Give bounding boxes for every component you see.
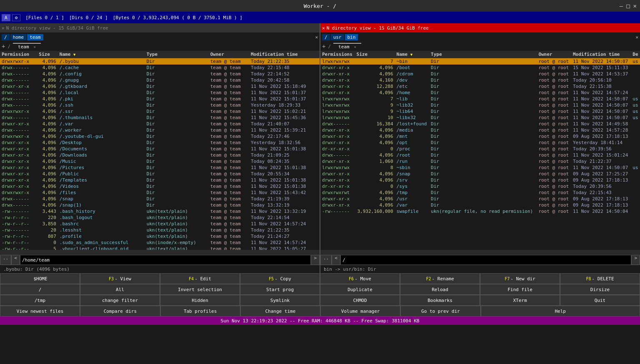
btn-startprog[interactable]: Start prog <box>240 284 320 295</box>
table-row[interactable]: dr-xr-xr-x 0 /proc Dir root @ root Today… <box>320 146 640 152</box>
left-path-arrow-right[interactable]: > <box>311 255 320 265</box>
col-permission[interactable]: Permission <box>0 51 37 58</box>
table-row[interactable]: drwxr-xr-x 4,096 /cdrom Dir root @ root … <box>320 71 640 77</box>
btn-hidden[interactable]: Hidden <box>160 295 240 306</box>
table-row[interactable]: drwxrwxr-x 4,096 /files Dir team @ team … <box>0 189 320 196</box>
table-row[interactable]: lrwxrwxrwx 7 ~bin Dir root @ root 11 Nov… <box>320 58 640 65</box>
btn-xterm[interactable]: XTerm <box>480 295 560 306</box>
left-tab-team[interactable]: team ✕ <box>13 43 41 50</box>
table-row[interactable]: drwxr-xr-x 4,096 /mnt Dir root @ root 09… <box>320 133 640 140</box>
table-row[interactable]: drwxr-xr-x 4,096 /boot Dir root @ root 1… <box>320 65 640 71</box>
table-row[interactable]: drwx------ 4,096 /.cache Dir team @ team… <box>0 65 320 71</box>
table-row[interactable]: drwxr-xr-x 1,060 /run Dir root @ root To… <box>320 158 640 165</box>
right-tab-team[interactable]: team ✕ <box>333 43 361 50</box>
btn-f8-delete[interactable]: F8 - DELETE <box>560 273 640 284</box>
btn-f3-view[interactable]: F3 - View <box>80 273 160 284</box>
col-type[interactable]: Type <box>145 51 209 58</box>
right-path-back[interactable]: .. <box>320 255 332 265</box>
table-row[interactable]: drwx------ 4,096 /.ssh Dir team @ team Y… <box>0 102 320 108</box>
btn-changefilter[interactable]: change filter <box>80 295 160 306</box>
btn-f7-newdir[interactable]: F7 - New dir <box>480 273 560 284</box>
table-row[interactable]: drwx------ 4,096 /.worker Dir team @ tea… <box>0 127 320 133</box>
left-path-back[interactable]: .. <box>0 255 11 265</box>
table-row[interactable]: drwxrwxr-x 4,096 /.ssr Dir team @ team 1… <box>0 108 320 115</box>
right-tab-close[interactable]: ✕ <box>635 35 638 40</box>
table-row[interactable]: drwxr-xr-x 4,096 /home Dir root @ root 1… <box>320 90 640 96</box>
table-row[interactable]: drwxr-xr-x 4,096 /.var Dir team @ team T… <box>0 121 320 127</box>
table-row[interactable]: drwxr-xr-x 4,096 /usr Dir root @ root 09… <box>320 196 640 202</box>
table-row[interactable]: -rw------- 3,932,160,000 swapfile ukn(re… <box>320 208 640 214</box>
table-row[interactable]: drwxr-xr-x 4,096 /media Dir root @ root … <box>320 127 640 133</box>
btn-f6-move[interactable]: F6 - Move <box>320 273 400 284</box>
right-breadcrumb-root[interactable]: / <box>322 34 330 40</box>
table-row[interactable]: drwxr-xr-x 4,096 /.gtkboard Dir team @ t… <box>0 83 320 90</box>
left-tab-close[interactable]: ✕ <box>315 35 318 40</box>
table-row[interactable]: drwx------ 4,096 /.local Dir team @ team… <box>0 90 320 96</box>
btn-tab-profiles[interactable]: Tab profiles <box>160 306 240 317</box>
window-controls[interactable]: — □ ✕ <box>620 2 637 9</box>
table-row[interactable]: drwxr-xr-x 4,096 /Templates Dir team @ t… <box>0 177 320 183</box>
right-scrollbar[interactable] <box>320 250 640 255</box>
table-row[interactable]: drwxr-xr-x 4,096 /snap Dir root @ root 0… <box>320 171 640 177</box>
table-row[interactable]: drwxr-xr-x 4,096 /Videos Dir team @ team… <box>0 183 320 189</box>
table-row[interactable]: drwxr-xr-x 4,096 /Pictures Dir team @ te… <box>0 165 320 171</box>
minimize-button[interactable]: — <box>620 2 623 9</box>
table-row[interactable]: drwx------ 4,096 /snap(1) Dir team @ tea… <box>0 202 320 208</box>
btn-home[interactable]: $HOME <box>0 273 80 284</box>
table-row[interactable]: drwxr-xr-x 4,096 /Music Dir team @ team … <box>0 158 320 165</box>
col-name-r[interactable]: Name ▼ <box>395 51 430 58</box>
btn-reload[interactable]: Reload <box>400 284 480 295</box>
right-path-arrow-right[interactable]: > <box>631 255 640 265</box>
table-row[interactable]: drwx------ 4,096 /.thumbnails Dir team @… <box>0 115 320 121</box>
table-row[interactable]: drwxr-xr-x 4,096 /Downloads Dir team @ t… <box>0 152 320 158</box>
toolbar-icon-gear[interactable]: ⚙ <box>12 14 21 21</box>
left-scrollbar[interactable] <box>0 250 320 255</box>
table-row[interactable]: -rw-r--r-- 3,850 .bashrc ukn(text/plain)… <box>0 221 320 227</box>
btn-f5-copy[interactable]: F5 - Copy <box>240 273 320 284</box>
right-tab-close-btn[interactable]: ✕ <box>354 45 356 49</box>
btn-volume-mgr[interactable]: Volume manager <box>320 306 400 317</box>
btn-symlink[interactable]: Symlink <box>240 295 320 306</box>
btn-bookmarks[interactable]: Bookmarks <box>400 295 480 306</box>
table-row[interactable]: drwxr-xr-x 12,288 /etc Dir root @ root T… <box>320 83 640 90</box>
table-row[interactable]: -rw------- 3,443 .bash_history ukn(text/… <box>0 208 320 214</box>
btn-help[interactable]: Help <box>481 306 640 317</box>
btn-duplicate[interactable]: Duplicate <box>320 284 400 295</box>
close-button[interactable]: ✕ <box>633 2 637 9</box>
btn-dirsize[interactable]: Dirsize <box>560 284 640 295</box>
table-row[interactable]: lrwxrwxrwx 7 ~lib Dir root @ root 11 Nov… <box>320 96 640 102</box>
table-row[interactable]: drwxr-xr-x 4,096 /opt Dir root @ root Ye… <box>320 140 640 146</box>
left-breadcrumb-home[interactable]: home <box>10 34 27 40</box>
left-path-bar[interactable]: /home/team <box>20 255 311 265</box>
left-tab-add[interactable]: + <box>2 43 5 50</box>
btn-invert[interactable]: Invert selection <box>160 284 240 295</box>
col-mtime-r[interactable]: Modification time <box>571 51 631 58</box>
table-row[interactable]: drwx------ 4,096 /.gnupg Dir team @ team… <box>0 77 320 83</box>
table-row[interactable]: -rw-r--r-- 0 .sudo_as_admin_successful u… <box>0 239 320 246</box>
table-row[interactable]: drwx------ 4,096 /snap Dir team @ team T… <box>0 196 320 202</box>
col-mtime[interactable]: Modification time <box>249 51 320 58</box>
right-breadcrumb-bin[interactable]: bin <box>345 34 358 40</box>
table-row[interactable]: -rw-r--r-- 220 .bash_logout ukn(text/pla… <box>0 214 320 221</box>
col-name[interactable]: Name ▼ <box>58 51 145 58</box>
table-row[interactable]: drwxr-xr-x 4,096 /Desktop Dir team @ tea… <box>0 140 320 146</box>
left-breadcrumb-root[interactable]: / <box>2 34 10 40</box>
col-owner[interactable]: Owner <box>209 51 249 58</box>
table-row[interactable]: drwx------ 4,096 /.pki Dir team @ team 1… <box>0 96 320 102</box>
btn-all[interactable]: All <box>80 284 160 295</box>
table-row[interactable]: drwx------ 4,096 /root Dir root @ root 1… <box>320 152 640 158</box>
table-row[interactable]: drwx------ 4,096 /.config Dir team @ tea… <box>0 71 320 77</box>
btn-compare-dirs[interactable]: Compare dirs <box>80 306 160 317</box>
col-type-r[interactable]: Type <box>429 51 537 58</box>
table-row[interactable]: drwxr-xr-x 4,096 /Documents Dir team @ t… <box>0 146 320 152</box>
table-row[interactable]: drwxrwxr-x 4,096 /.byobu Dir team @ team… <box>0 58 320 65</box>
btn-view-newest[interactable]: View newest files <box>0 306 80 317</box>
col-size[interactable]: Size <box>37 51 58 58</box>
btn-chmod[interactable]: CHMOD <box>320 295 400 306</box>
table-row[interactable]: -rw-r--r-- 807 .profile ukn(text/plain) … <box>0 233 320 239</box>
right-breadcrumb-usr[interactable]: usr <box>331 34 344 40</box>
left-breadcrumb-team[interactable]: team <box>27 34 43 40</box>
table-row[interactable]: -rw-r--r-- 5 .vboxclient-clipboard.pid u… <box>0 246 320 250</box>
col-permissions[interactable]: Permissions <box>320 51 355 58</box>
btn-go-prev-dir[interactable]: Go to prev dir <box>400 306 480 317</box>
